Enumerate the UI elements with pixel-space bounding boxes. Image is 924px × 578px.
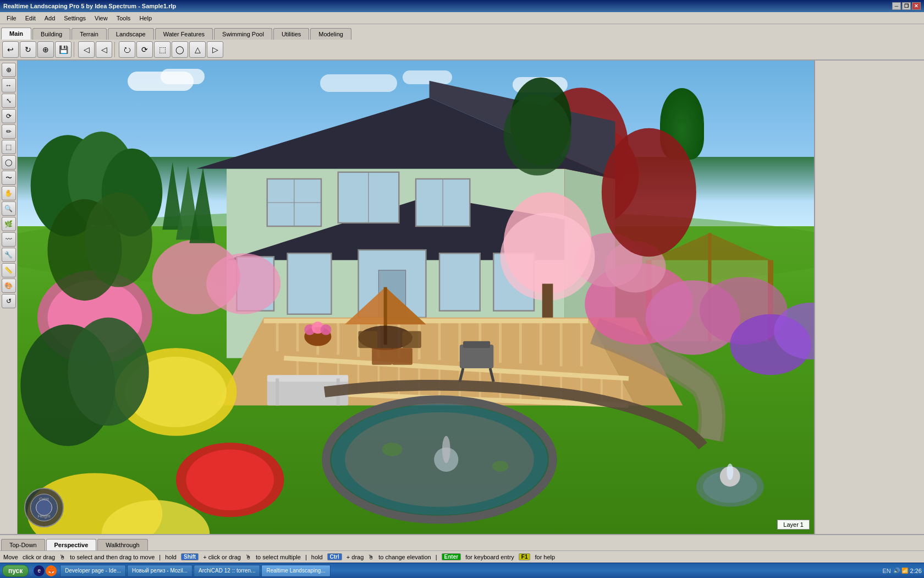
status-hint3: + click or drag (203, 554, 241, 560)
tab-terrain[interactable]: Terrain (72, 28, 107, 40)
taskbar-sep-1 (31, 566, 31, 576)
tool-btn-fwd[interactable]: ◁ (96, 41, 112, 58)
window-title: Realtime Landscaping Pro 5 by Idea Spect… (3, 3, 176, 9)
taskbar-item-2[interactable]: ArchiCAD 12 :: torren... (194, 565, 260, 577)
svg-point-129 (504, 94, 571, 175)
ctrl-key-badge: Ctrl (327, 553, 342, 560)
tool-btn-0[interactable]: ↩ (2, 41, 19, 58)
svg-rect-28 (439, 253, 480, 310)
taskbar-clock: 2:26 (910, 568, 922, 574)
svg-rect-69 (463, 341, 490, 348)
status-hint5: + drag (346, 554, 364, 560)
view-tab-walkthrough[interactable]: Walkthrough (97, 539, 147, 550)
tool-btn-save[interactable]: 💾 (55, 41, 72, 58)
taskbar: пуск e 🦊 Developer page - Ide... Новый р… (0, 563, 924, 578)
shift-key-badge: Shift (181, 553, 199, 560)
status-sep1: | (159, 554, 161, 560)
tool-undo[interactable]: ↺ (2, 294, 16, 308)
cursor-icon2: 🖱 (245, 554, 251, 560)
tool-btn-1[interactable]: ↻ (20, 41, 36, 58)
tool-water[interactable]: 〰 (2, 232, 16, 247)
layer-indicator: Layer 1 (777, 520, 810, 530)
canvas-area: ⊕ ↔ ⤡ ⟳ ✏ ⬚ ◯ 〜 ✋ 🔍 🌿 〰 🔧 📏 🎨 ↺ (0, 61, 924, 534)
tab-landscape[interactable]: Landscape (108, 28, 154, 40)
tool-rotate[interactable]: ⟳ (2, 109, 16, 123)
tab-swimming-pool[interactable]: Swimming Pool (214, 28, 272, 40)
status-hint4: to select multiple (256, 554, 301, 560)
status-sep2: | (305, 554, 307, 560)
menu-file[interactable]: File (2, 14, 21, 23)
svg-point-95 (345, 412, 534, 507)
tool-plant[interactable]: 🌿 (2, 217, 16, 231)
svg-rect-77 (402, 331, 421, 348)
svg-point-116 (206, 253, 280, 314)
close-button[interactable]: ✕ (912, 2, 921, 10)
tab-water-features[interactable]: Water Features (155, 28, 213, 40)
tool-btn-play[interactable]: ▷ (207, 41, 223, 58)
tool-btn-refresh[interactable]: ⟳ (136, 41, 153, 58)
compass-widget[interactable]: Orbit Height (24, 488, 64, 527)
tool-btn-tri[interactable]: △ (189, 41, 206, 58)
menu-settings[interactable]: Settings (59, 14, 90, 23)
tab-modeling[interactable]: Modeling (310, 28, 351, 40)
tab-main[interactable]: Main (1, 28, 31, 40)
taskbar-item-0[interactable]: Developer page - Ide... (60, 565, 126, 577)
menu-tools[interactable]: Tools (112, 14, 135, 23)
tool-circle[interactable]: ◯ (2, 155, 16, 170)
menu-edit[interactable]: Edit (21, 14, 40, 23)
status-hint8: for help (535, 554, 555, 560)
menu-add[interactable]: Add (40, 14, 60, 23)
scene-svg (18, 61, 814, 534)
tool-paint[interactable]: 🎨 (2, 279, 16, 293)
status-hold2: hold (311, 554, 323, 560)
cursor-icon: 🖱 (59, 554, 65, 560)
start-button[interactable]: пуск (2, 565, 29, 577)
tool-btn-rotate[interactable]: ⭮ (119, 41, 135, 58)
taskbar-icon-ff[interactable]: 🦊 (46, 565, 57, 576)
restore-button[interactable]: ❐ (902, 2, 911, 10)
menu-view[interactable]: View (90, 14, 112, 23)
tool-btn-2[interactable]: ⊕ (37, 41, 54, 58)
tool-pan[interactable]: ✋ (2, 186, 16, 200)
layer-label: Layer 1 (783, 521, 804, 528)
svg-rect-68 (460, 345, 493, 368)
tool-btn-back[interactable]: ◁ (78, 41, 95, 58)
viewport[interactable]: Orbit Height Layer 1 (18, 61, 814, 534)
tool-select[interactable]: ⊕ (2, 63, 16, 77)
enter-key-badge: Enter (442, 553, 461, 560)
view-tab-perspective[interactable]: Perspective (46, 539, 97, 550)
menu-help[interactable]: Help (135, 14, 156, 23)
tool-btn-circle[interactable]: ◯ (172, 41, 188, 58)
f1-key-badge: F1 (519, 553, 531, 560)
status-hint1: click or drag (23, 554, 55, 560)
tool-freeform[interactable]: 〜 (2, 171, 16, 185)
tab-utilities[interactable]: Utilities (273, 28, 309, 40)
toolbar-separator-2 (114, 42, 117, 57)
taskbar-icon-ie[interactable]: e (34, 565, 45, 576)
taskbar-item-1[interactable]: Новый релиз - Mozil... (127, 565, 193, 577)
tool-tools[interactable]: 🔧 (2, 248, 16, 262)
svg-point-123 (85, 193, 152, 287)
tool-move[interactable]: ↔ (2, 78, 16, 92)
compass-orbit: Orbit (39, 497, 48, 501)
tool-scale[interactable]: ⤡ (2, 94, 16, 108)
status-sep3: | (436, 554, 437, 560)
svg-rect-79 (392, 348, 413, 365)
minimize-button[interactable]: ─ (892, 2, 901, 10)
title-bar: Realtime Landscaping Pro 5 by Idea Spect… (0, 0, 924, 12)
tab-building[interactable]: Building (32, 28, 70, 40)
toolbar: ↩ ↻ ⊕ 💾 ◁ ◁ ⭮ ⟳ ⬚ ◯ △ ▷ (0, 40, 924, 61)
tool-draw[interactable]: ✏ (2, 124, 16, 139)
tool-measure[interactable]: 📏 (2, 263, 16, 277)
tool-rect[interactable]: ⬚ (2, 140, 16, 154)
tab-bar: Main Building Terrain Landscape Water Fe… (0, 24, 924, 40)
window-controls: ─ ❐ ✕ (892, 2, 921, 10)
tool-btn-grid[interactable]: ⬚ (154, 41, 170, 58)
svg-point-124 (602, 128, 696, 257)
status-bar: Move click or drag 🖱 to select and then … (0, 550, 924, 563)
toolbar-separator-1 (74, 42, 76, 57)
taskbar-item-3[interactable]: Realtime Landscaping... (261, 565, 330, 577)
view-tab-topdown[interactable]: Top-Down (1, 539, 45, 550)
sidebar: ⊕ ↔ ⤡ ⟳ ✏ ⬚ ◯ 〜 ✋ 🔍 🌿 〰 🔧 📏 🎨 ↺ (0, 61, 18, 534)
tool-zoom[interactable]: 🔍 (2, 201, 16, 216)
